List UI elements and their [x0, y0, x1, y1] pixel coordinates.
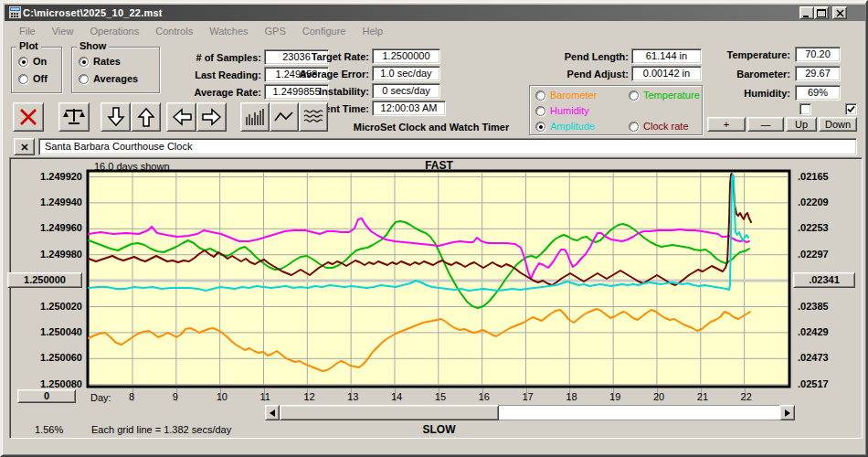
pend-length-label: Pend Length: [541, 51, 629, 62]
balance-scale-icon [62, 106, 86, 128]
show-group: Show Rates Averages [71, 47, 160, 93]
line-view-button[interactable] [270, 102, 299, 132]
scroll-left-toolbar-button[interactable] [166, 102, 196, 132]
left-axis-label: 1.250060 [2, 352, 82, 363]
balance-button[interactable] [58, 102, 90, 132]
trace-selector-group: Barometer Humidity Amplitude Temperature… [529, 85, 703, 135]
day-label: 11 [255, 391, 282, 402]
day-label: 18 [560, 391, 587, 402]
histogram-icon [244, 107, 266, 127]
shift-up-button[interactable] [131, 102, 161, 132]
day-label: 16 [473, 391, 501, 402]
temperature-label: Temperature: [705, 49, 790, 60]
show-group-label: Show [77, 40, 109, 51]
menu-watches[interactable]: Watches [201, 26, 256, 37]
radio-icon [535, 90, 545, 101]
right-arrow-icon [201, 108, 223, 126]
radio-icon [535, 122, 545, 132]
radio-icon [18, 57, 28, 67]
day-label: 21 [692, 391, 719, 402]
down-arrow-icon [107, 106, 125, 128]
day-label: 22 [736, 391, 763, 402]
average-error-label: Average Error: [276, 69, 369, 80]
clock-name-input[interactable]: Santa Barbara Courthouse Clock [38, 138, 857, 155]
scrollbar-thumb[interactable] [280, 405, 499, 420]
checkmark-icon [847, 105, 855, 113]
menu-operations[interactable]: Operations [81, 26, 147, 37]
maximize-button[interactable] [814, 6, 829, 19]
window-title: C:\microset\2025_10_22.mst [23, 7, 163, 18]
env-checkbox-2[interactable] [845, 103, 857, 115]
right-axis-button[interactable]: .02341 [793, 272, 855, 288]
scrollbar-left-button[interactable] [265, 405, 280, 420]
zero-button[interactable]: 0 [17, 389, 76, 403]
minimize-button[interactable] [799, 6, 814, 19]
delete-button[interactable] [13, 102, 44, 132]
left-axis-label: 1.250080 [2, 378, 82, 389]
shift-down-button[interactable] [101, 102, 131, 132]
menu-bar: FileViewOperationsControlsWatchesGPSConf… [5, 23, 866, 38]
histogram-view-button[interactable] [240, 102, 270, 132]
menu-controls[interactable]: Controls [147, 26, 201, 37]
menu-file[interactable]: File [11, 26, 44, 37]
radio-icon [79, 74, 89, 84]
zoom-percent-label: 1.56% [35, 424, 63, 435]
up-arrow-icon [137, 106, 155, 128]
instability-label: Instability: [276, 86, 369, 97]
small-x-icon [20, 143, 29, 152]
day-label: 15 [429, 391, 457, 402]
plot-group-label: Plot [16, 40, 41, 51]
clear-name-button[interactable] [14, 138, 35, 155]
left-axis-button[interactable]: 1.250000 [7, 272, 82, 288]
menu-configure[interactable]: Configure [294, 26, 355, 37]
day-axis-prefix: Day: [90, 392, 111, 403]
menu-gps[interactable]: GPS [257, 26, 294, 37]
wavy-lines-icon [302, 108, 324, 126]
minus-button[interactable]: — [747, 117, 784, 132]
radio-show-averages[interactable]: Averages [79, 73, 138, 84]
radio-trace-humidity[interactable]: Humidity [535, 105, 589, 116]
target-rate-value: 1.2500000 [372, 48, 440, 64]
radio-trace-barometer[interactable]: Barometer [535, 90, 597, 101]
menu-help[interactable]: Help [355, 26, 392, 37]
plus-button[interactable]: + [707, 117, 746, 132]
plot-group: Plot On Off [11, 47, 62, 93]
right-axis-label: .02429 [798, 326, 829, 337]
pend-adjust-value: 0.00142 in [631, 66, 702, 81]
instability-value: 0 secs/day [372, 83, 440, 99]
chart-canvas[interactable] [86, 169, 791, 388]
radio-trace-clock-rate[interactable]: Clock rate [629, 121, 689, 132]
radio-plot-off[interactable]: Off [18, 73, 48, 84]
right-axis-label: .02253 [798, 222, 829, 233]
multi-trace-view-button[interactable] [299, 102, 328, 132]
left-arrow-icon [171, 108, 193, 126]
up-button[interactable]: Up [786, 117, 817, 132]
scroll-right-toolbar-button[interactable] [196, 102, 227, 132]
humidity-label: Humidity: [705, 88, 790, 99]
radio-icon [535, 106, 545, 116]
radio-trace-amplitude[interactable]: Amplitude [535, 121, 595, 132]
radio-show-rates[interactable]: Rates [79, 56, 121, 67]
day-label: 10 [211, 391, 238, 402]
samples-label: # of Samples: [166, 52, 261, 63]
left-triangle-icon [270, 409, 275, 417]
close-button[interactable] [832, 6, 847, 19]
env-checkbox-1[interactable] [799, 103, 811, 115]
barometer-label: Barometer: [705, 69, 790, 80]
app-icon [9, 6, 21, 20]
app-window: C:\microset\2025_10_22.mst FileViewOpera… [0, 0, 868, 457]
radio-plot-on[interactable]: On [18, 56, 47, 67]
temperature-value: 70.20 [795, 47, 841, 62]
right-axis-label: .02385 [798, 301, 829, 312]
menu-view[interactable]: View [44, 26, 82, 37]
day-label: 8 [123, 391, 151, 402]
radio-trace-temperature[interactable]: Temperature [629, 90, 700, 101]
target-rate-label: Target Rate: [276, 51, 369, 62]
down-button[interactable]: Down [819, 117, 857, 132]
app-caption: MicroSet Clock and Watch Timer [312, 122, 550, 133]
scrollbar-right-button[interactable] [779, 405, 795, 420]
right-triangle-icon [785, 409, 790, 417]
left-axis-label: 1.249960 [2, 222, 82, 233]
day-label: 14 [386, 391, 413, 402]
title-bar[interactable]: C:\microset\2025_10_22.mst [5, 5, 865, 21]
